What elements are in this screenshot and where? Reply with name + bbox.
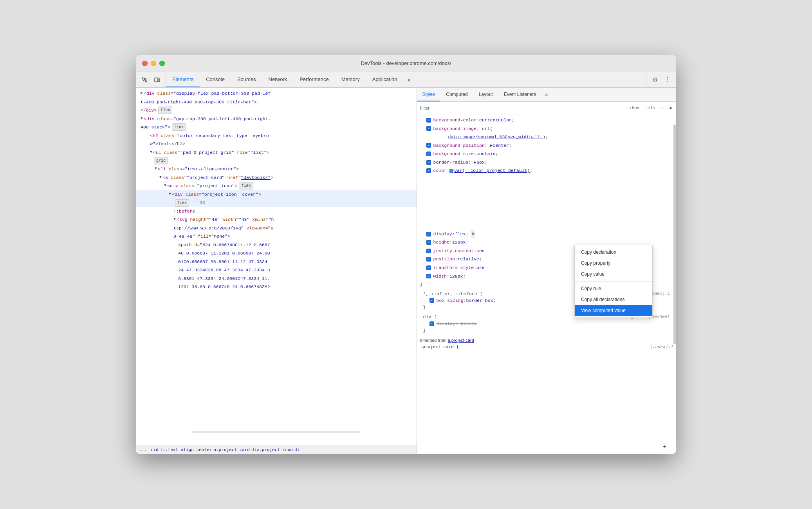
expand-triangle[interactable]: ▼ — [164, 182, 166, 189]
elements-content[interactable]: ▶ <div class="display-flex pad-bottom-30… — [136, 88, 417, 445]
add-style-button[interactable]: + — [659, 105, 665, 111]
devtools-toolbar: Elements Console Sources Network Perform… — [136, 72, 676, 88]
inspect-icon[interactable] — [139, 74, 150, 85]
close-button[interactable] — [142, 61, 148, 66]
html-line: 01C0.666687 36.8801 11.12 47.3334 — [136, 258, 417, 266]
prop-checkbox[interactable] — [426, 143, 431, 148]
settings-icon[interactable]: ⚙ — [650, 74, 660, 85]
menu-copy-property[interactable]: Copy property — [575, 258, 652, 269]
inherited-link[interactable]: a.project-card — [448, 338, 474, 343]
breadcrumb-div-icon[interactable]: div.project-icon — [251, 447, 293, 452]
html-line: w">Tools</h2> — [136, 140, 417, 148]
breadcrumb-li[interactable]: li.text-align-center — [160, 447, 212, 452]
expand-triangle[interactable]: ▶ — [141, 90, 143, 96]
context-menu: Copy declaration Copy property Copy valu… — [574, 245, 653, 318]
html-line: 6.8801 47.3334 24.0001C47.3334 11. — [136, 274, 417, 283]
tab-elements[interactable]: Elements — [166, 72, 200, 87]
more-style-tabs[interactable]: » — [541, 88, 551, 101]
html-line: ▼ <a class="project-card" href="devtools… — [136, 173, 417, 182]
html-line: 24 47.3334C36.88 47.3334 47.3334 3 — [136, 266, 417, 274]
tab-memory[interactable]: Memory — [335, 72, 366, 87]
breadcrumb-rid[interactable]: rid — [151, 447, 159, 452]
menu-view-computed-value[interactable]: View computed value — [575, 305, 652, 316]
toolbar-icons — [136, 72, 166, 87]
menu-copy-declaration[interactable]: Copy declaration — [575, 247, 652, 258]
prop-checkbox[interactable] — [426, 232, 431, 236]
prop-checkbox[interactable] — [426, 152, 431, 156]
svg-rect-1 — [158, 79, 160, 81]
minimize-button[interactable] — [151, 61, 156, 66]
filter-actions: :hov .cls + ◀ — [628, 105, 673, 111]
html-line: ::before — [136, 207, 417, 216]
more-options-icon[interactable]: ⋮ — [662, 74, 673, 85]
menu-copy-rule[interactable]: Copy rule — [575, 283, 652, 294]
expand-triangle[interactable]: ▼ — [150, 149, 152, 155]
tab-styles[interactable]: Styles — [417, 88, 441, 101]
style-prop-display-block: display: block; — [420, 319, 673, 328]
menu-copy-all-declarations[interactable]: Copy all declarations — [575, 294, 652, 305]
prop-checkbox[interactable] — [426, 249, 431, 253]
scrollbar[interactable] — [673, 88, 676, 454]
html-line: ▼ <svg height="48" width="48" xmlns="h — [136, 215, 417, 224]
tab-sources[interactable]: Sources — [231, 72, 262, 87]
prop-checkbox[interactable] — [426, 265, 431, 270]
inherited-from: Inherited from a.project-card — [417, 336, 676, 343]
tab-console[interactable]: Console — [200, 72, 231, 87]
style-prop-color: color : var(--color-project-default) ; — [417, 166, 676, 175]
expand-triangle[interactable]: ▼ — [173, 216, 176, 222]
styles-panel: Styles Computed Layout Event Listeners »… — [417, 88, 676, 454]
breadcrumb-bar: ... rid li.text-align-center a.project-c… — [136, 445, 417, 454]
tab-event-listeners[interactable]: Event Listeners — [498, 88, 542, 101]
tab-layout[interactable]: Layout — [473, 88, 498, 101]
html-line: t-400 pad-right-400 pad-top-300 title-ba… — [136, 98, 417, 106]
breadcrumb-a[interactable]: a.project-card — [213, 447, 250, 452]
window-title: DevTools - developer.chrome.com/docs/ — [361, 60, 451, 66]
filter-input[interactable] — [420, 106, 624, 110]
html-line: ▼ <ul class="pad-0 project-grid" role="l… — [136, 148, 417, 157]
prop-checkbox[interactable] — [426, 274, 431, 278]
tab-network[interactable]: Network — [262, 72, 294, 87]
expand-triangle[interactable]: ▼ — [169, 191, 171, 197]
style-prop-border-radius: border-radius : ▶ 6px ; — [417, 158, 676, 167]
cls-button[interactable]: .cls — [643, 105, 657, 111]
prop-checkbox[interactable] — [426, 257, 431, 262]
collapse-button[interactable]: ◀ — [667, 105, 673, 111]
main-tabs: Elements Console Sources Network Perform… — [166, 72, 646, 87]
flex-badge: flex — [158, 106, 172, 114]
prop-checkbox[interactable] — [426, 240, 431, 245]
expand-triangle[interactable]: ▼ — [155, 165, 157, 172]
flex-badge: flex — [239, 182, 253, 190]
prop-checkbox[interactable] — [426, 160, 431, 165]
maximize-button[interactable] — [159, 61, 165, 66]
expand-triangle[interactable]: ▼ — [141, 115, 143, 122]
tab-performance[interactable]: Performance — [293, 72, 335, 87]
html-line: ▼ <li class="text-align-center"> — [136, 165, 417, 173]
scrollbar-thumb — [673, 125, 676, 345]
html-line: ttp://www.w3.org/2000/svg" viewBox="0 — [136, 224, 417, 233]
style-prop-display: display : flex ; ▦ — [417, 230, 676, 238]
tab-application[interactable]: Application — [366, 72, 404, 87]
expand-triangle[interactable]: ▼ — [159, 174, 162, 180]
color-swatch[interactable] — [449, 169, 453, 173]
style-prop-background-image: background-image : url( — [417, 125, 676, 133]
html-line: 0 48 48" fill="none"> — [136, 232, 417, 241]
html-line: grid — [136, 157, 417, 165]
svg-rect-0 — [155, 78, 158, 82]
add-rule-button[interactable]: + — [660, 443, 668, 451]
prop-checkbox[interactable] — [426, 118, 431, 123]
device-toolbar-icon[interactable] — [152, 74, 162, 85]
prop-checkbox[interactable] — [426, 168, 431, 173]
menu-copy-value[interactable]: Copy value — [575, 269, 652, 280]
html-line: ▼ <div class="gap-top-300 pad-left-400 p… — [136, 115, 417, 123]
more-tabs-button[interactable]: » — [403, 72, 415, 87]
breadcrumb-di[interactable]: di — [294, 447, 300, 452]
prop-checkbox[interactable] — [426, 126, 431, 131]
prop-checkbox[interactable] — [429, 298, 434, 303]
prop-checkbox[interactable] — [429, 321, 434, 326]
flex-badge: flex — [175, 199, 189, 207]
hov-button[interactable]: :hov — [628, 105, 641, 111]
style-prop-background-position: background-position : ▶ center ; — [417, 141, 676, 150]
html-line: flex == $0 — [136, 199, 417, 207]
html-line: </div> flex — [136, 106, 417, 115]
tab-computed[interactable]: Computed — [440, 88, 473, 101]
